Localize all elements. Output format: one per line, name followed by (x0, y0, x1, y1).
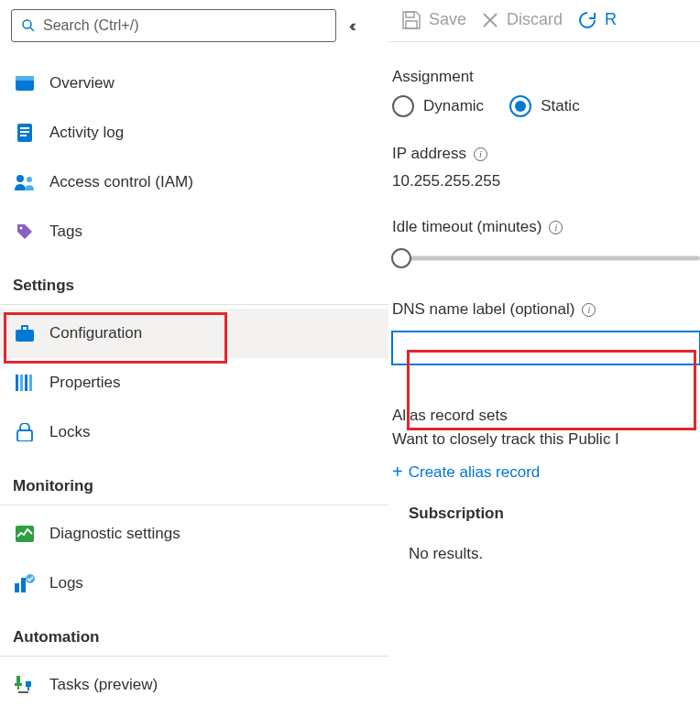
create-alias-record-button[interactable]: + Create alias record (392, 462, 540, 483)
svg-rect-7 (20, 135, 27, 136)
svg-rect-11 (16, 330, 34, 342)
svg-rect-25 (17, 686, 19, 690)
svg-rect-17 (29, 375, 32, 391)
nav-label: Overview (49, 74, 115, 92)
nav-tasks[interactable]: Tasks (preview) (0, 660, 388, 710)
nav-label: Properties (49, 374, 120, 392)
nav-locks[interactable]: Locks (0, 407, 388, 457)
radio-icon (509, 95, 531, 117)
idle-timeout-slider[interactable] (392, 247, 700, 269)
logs-icon (15, 573, 35, 593)
idle-timeout-label: Idle timeout (minutes) i (392, 218, 700, 236)
nav-label: Locks (49, 423, 90, 441)
discard-icon (481, 11, 499, 29)
nav-label: Diagnostic settings (49, 525, 180, 543)
radio-icon (392, 95, 414, 117)
section-header-monitoring: Monitoring (0, 457, 388, 505)
overview-icon (15, 73, 35, 93)
tasks-icon (15, 675, 35, 695)
svg-rect-30 (406, 21, 417, 28)
svg-rect-29 (406, 12, 414, 17)
svg-rect-23 (16, 676, 20, 683)
svg-rect-13 (23, 327, 27, 330)
nav-properties[interactable]: Properties (0, 358, 388, 407)
save-label: Save (429, 10, 466, 29)
radio-label: Static (541, 97, 580, 115)
svg-point-0 (23, 20, 31, 28)
nav-label: Logs (49, 574, 83, 592)
nav-activity-log[interactable]: Activity log (0, 108, 388, 158)
assignment-label: Assignment (392, 68, 700, 86)
svg-line-1 (30, 27, 34, 31)
nav-label: Tasks (preview) (49, 676, 158, 694)
svg-rect-6 (20, 131, 29, 133)
search-icon (21, 18, 36, 33)
locks-icon (15, 422, 35, 442)
radio-label: Dynamic (423, 97, 484, 115)
svg-rect-5 (20, 127, 29, 129)
svg-rect-20 (15, 583, 19, 592)
properties-icon (15, 373, 35, 393)
nav-diagnostic-settings[interactable]: Diagnostic settings (0, 509, 388, 559)
svg-rect-14 (16, 375, 18, 391)
dns-name-input[interactable] (392, 331, 700, 364)
save-icon (401, 10, 421, 30)
svg-rect-15 (20, 375, 23, 391)
svg-point-10 (20, 227, 23, 230)
alias-record-description: Want to closely track this Public I (392, 430, 700, 449)
activity-log-icon (15, 123, 35, 143)
tags-icon (15, 222, 35, 242)
refresh-icon (577, 10, 597, 30)
assignment-static-radio[interactable]: Static (509, 95, 580, 117)
subscription-no-results: No results. (409, 545, 700, 563)
info-icon[interactable]: i (474, 147, 487, 161)
svg-rect-18 (17, 430, 32, 441)
slider-track (401, 256, 700, 261)
svg-rect-3 (16, 76, 34, 81)
refresh-label: R (605, 10, 617, 29)
ip-address-value: 10.255.255.255 (392, 172, 700, 190)
alias-record-header: Alias record sets (392, 407, 700, 425)
nav-logs[interactable]: Logs (0, 559, 388, 608)
create-alias-label: Create alias record (409, 463, 541, 482)
nav-overview[interactable]: Overview (0, 59, 388, 108)
dns-name-label: DNS name label (optional) i (392, 300, 700, 319)
info-icon[interactable]: i (582, 303, 596, 317)
save-button[interactable]: Save (401, 10, 476, 30)
assignment-dynamic-radio[interactable]: Dynamic (392, 95, 484, 117)
discard-label: Discard (507, 10, 563, 29)
diagnostic-icon (15, 524, 35, 544)
plus-icon: + (392, 462, 403, 483)
nav-access-control[interactable]: Access control (IAM) (0, 158, 388, 207)
ip-address-label: IP address i (392, 145, 700, 163)
search-input[interactable] (43, 17, 326, 34)
subscription-header: Subscription (409, 505, 700, 523)
refresh-button[interactable]: R (577, 10, 626, 30)
svg-rect-16 (25, 375, 27, 391)
slider-thumb[interactable] (391, 248, 411, 268)
nav-configuration[interactable]: Configuration (0, 309, 388, 358)
info-icon[interactable]: i (549, 221, 563, 234)
svg-point-9 (27, 177, 32, 182)
svg-point-8 (16, 175, 24, 182)
svg-rect-26 (26, 681, 31, 687)
section-header-automation: Automation (0, 608, 388, 657)
collapse-sidebar-icon[interactable]: ‹‹ (349, 16, 353, 36)
svg-rect-24 (15, 683, 22, 686)
nav-label: Access control (IAM) (49, 173, 193, 191)
svg-rect-27 (27, 687, 29, 690)
section-header-settings: Settings (0, 256, 388, 305)
configuration-icon (15, 323, 35, 343)
nav-label: Configuration (49, 324, 142, 342)
discard-button[interactable]: Discard (481, 10, 572, 29)
nav-label: Tags (49, 223, 82, 241)
nav-tags[interactable]: Tags (0, 207, 388, 256)
nav-label: Activity log (49, 124, 124, 142)
access-control-icon (15, 172, 35, 192)
svg-rect-21 (21, 578, 26, 592)
search-box[interactable] (11, 9, 336, 42)
assignment-radio-group: Dynamic Static (392, 95, 700, 117)
